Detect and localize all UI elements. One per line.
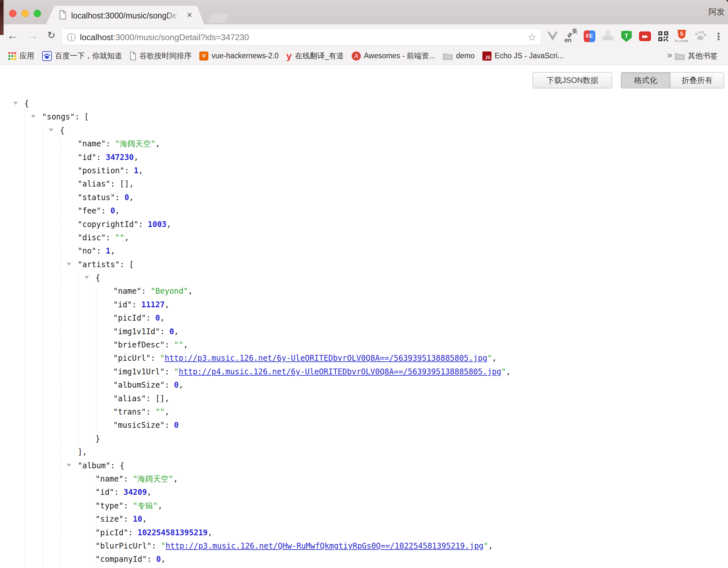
browser-window: localhost:3000/music/songDe ✕ 阿发 ← → ↻ ⓘ… — [0, 0, 728, 568]
json-token: : — [124, 515, 133, 524]
json-token: "id" — [78, 153, 96, 162]
other-bookmarks-folder[interactable]: 其他书签 — [675, 47, 718, 65]
json-url-link[interactable]: http://p4.music.126.net/6y-UleORITEDbvrO… — [179, 367, 501, 376]
extension-fe-icon[interactable]: FE — [583, 28, 596, 45]
json-line: "fee": 0, — [0, 204, 728, 217]
back-button[interactable]: ← — [7, 29, 18, 42]
json-token: ], — [78, 448, 87, 457]
minimize-window-button[interactable] — [21, 10, 29, 17]
json-line: "id": 34209, — [0, 486, 728, 499]
json-line: "songs": [ — [0, 110, 728, 124]
bookmark-apps[interactable]: 应用 — [8, 51, 34, 61]
json-token: : — [165, 340, 174, 350]
zoom-window-button[interactable] — [34, 10, 41, 17]
bookmark-demo-folder[interactable]: demo — [443, 51, 475, 60]
baidu-paw-icon — [42, 51, 52, 61]
bookmark-awesomes[interactable]: A Awesomes - 前端资... — [352, 51, 436, 61]
json-token: "img1v1Url" — [113, 367, 165, 376]
extension-translate-icon[interactable]: 英 ⇄ en — [565, 28, 578, 45]
format-button[interactable]: 格式化 — [621, 72, 670, 88]
bookmarks-overflow-chevron[interactable]: » — [667, 50, 672, 60]
bookmark-star-icon[interactable]: ☆ — [528, 31, 536, 43]
extension-paw-icon[interactable] — [694, 28, 707, 45]
awesomes-a-icon: A — [352, 51, 361, 61]
forward-button[interactable]: → — [27, 29, 38, 42]
json-line: "img1v1Id": 0, — [0, 325, 728, 339]
address-bar[interactable]: ⓘ localhost:3000/music/songDetail?ids=34… — [61, 28, 541, 45]
folder-icon — [443, 52, 453, 60]
json-token: : — [124, 474, 133, 484]
json-token: "artists" — [78, 260, 120, 269]
extension-qr-code-icon[interactable] — [657, 28, 670, 45]
json-token: 1 — [106, 246, 110, 255]
json-token: 34209 — [124, 488, 147, 497]
url-host: localhost — [80, 32, 113, 42]
extension-sitemap-icon[interactable] — [601, 28, 614, 45]
json-line: "briefDesc": "", — [0, 339, 728, 352]
folder-icon — [675, 52, 685, 60]
json-token: : — [106, 139, 115, 148]
json-line: "no": 1, — [0, 244, 728, 258]
bookmark-youdao-translate[interactable]: y 在线翻译_有道 — [286, 51, 344, 61]
json-token: , — [147, 488, 151, 497]
json-token: , — [165, 300, 169, 309]
reload-button[interactable]: ↻ — [47, 29, 55, 42]
download-json-button[interactable]: 下载JSON数据 — [533, 72, 612, 88]
json-line: "copyrightId": 1003, — [0, 218, 728, 231]
json-url-link[interactable]: http://p3.music.126.net/6y-UleORITEDbvrO… — [165, 354, 487, 363]
collapse-toggle-icon[interactable] — [49, 128, 53, 132]
json-token: : — [132, 300, 141, 309]
json-token: "fee" — [78, 206, 101, 215]
json-token: "海阔天空" — [115, 139, 156, 148]
json-token: : — [146, 407, 155, 417]
extension-vue-icon[interactable] — [546, 28, 559, 45]
json-url-link[interactable]: http://p3.music.126.net/QHw-RuMwfQkmgtiy… — [166, 541, 484, 551]
json-token: 0 — [155, 314, 160, 323]
extension-html5-player-icon[interactable]: 5 PLAYER — [675, 28, 688, 45]
json-token: " — [501, 367, 506, 376]
new-tab-button[interactable] — [206, 13, 230, 23]
json-token: : — [96, 153, 106, 162]
json-line: "trans": "", — [0, 406, 728, 419]
site-info-icon[interactable]: ⓘ — [67, 32, 76, 43]
collapse-toggle-icon[interactable] — [84, 276, 89, 279]
collapse-all-button[interactable]: 折叠所有 — [670, 72, 724, 88]
browser-menu-button[interactable]: ⋮ — [712, 28, 725, 45]
json-token: "picUrl" — [113, 354, 151, 363]
json-token: 102254581395219 — [138, 528, 208, 537]
json-guide — [96, 285, 96, 432]
bookmark-baidu[interactable]: 百度一下，你就知道 — [42, 51, 122, 61]
profile-name[interactable]: 阿发 — [709, 6, 725, 17]
json-token: : — [114, 488, 124, 497]
paw-icon — [697, 36, 703, 40]
bookmark-vue-hackernews[interactable]: V vue-hackernews-2.0 — [199, 51, 279, 61]
json-line: "position": 1, — [0, 164, 728, 177]
browser-tab[interactable]: localhost:3000/music/songDe ✕ — [46, 6, 204, 25]
json-token: , — [183, 340, 188, 350]
json-token: "海阔天空" — [133, 474, 173, 484]
bookmark-google-sort[interactable]: 谷歌按时间排序 — [130, 51, 192, 61]
json-token: 0 — [174, 421, 179, 430]
json-token: , — [179, 381, 183, 390]
json-line: "album": { — [0, 459, 728, 473]
json-token: "briefDesc" — [113, 340, 165, 350]
json-token: , — [156, 139, 160, 148]
close-window-button[interactable] — [9, 10, 17, 17]
json-token: : — [124, 501, 133, 510]
json-token: 0 — [169, 327, 174, 336]
json-token: , — [161, 555, 165, 564]
collapse-toggle-icon[interactable] — [67, 262, 71, 266]
tab-close-icon[interactable]: ✕ — [187, 11, 193, 19]
json-token: " — [487, 354, 492, 363]
collapse-toggle-icon[interactable] — [31, 115, 36, 118]
bookmarks-bar: 应用 百度一下，你就知道 谷歌按时间排序 V vue-hackernews-2.… — [0, 47, 728, 65]
collapse-toggle-icon[interactable] — [13, 102, 18, 105]
json-token: : { — [110, 461, 124, 470]
extension-video-fastforward-icon[interactable]: ▶▶ — [638, 28, 651, 45]
bookmark-echojs[interactable]: JS Echo JS - JavaScri... — [482, 51, 564, 61]
json-token: "type" — [95, 501, 124, 510]
extension-tampermonkey-icon[interactable]: T — [620, 28, 633, 45]
json-token: 0 — [156, 555, 161, 564]
json-token: , — [492, 354, 496, 363]
collapse-toggle-icon[interactable] — [67, 464, 71, 467]
